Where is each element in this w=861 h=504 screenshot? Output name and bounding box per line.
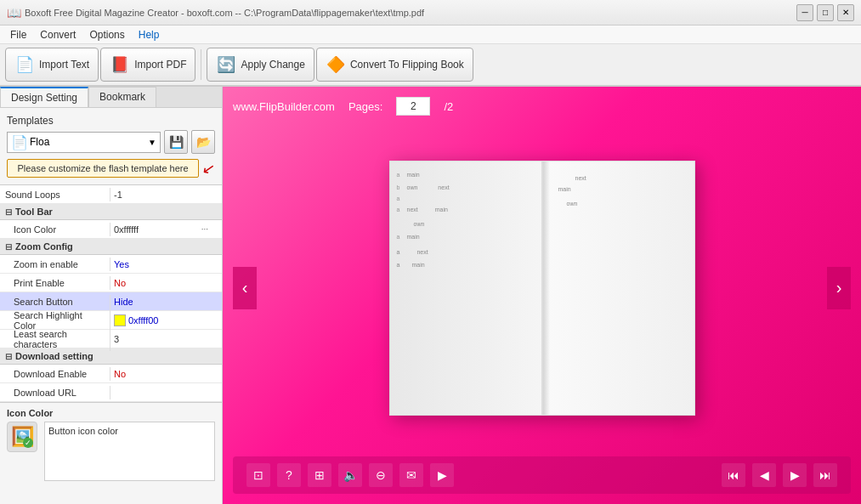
info-description: Button icon color xyxy=(48,426,118,436)
group-zoom-config[interactable]: ⊟ Zoom Config xyxy=(0,239,222,255)
prop-zoom-enable-name: Zoom in enable xyxy=(0,258,110,271)
expand-toolbar-icon: ⊟ xyxy=(5,207,12,217)
group-toolbar[interactable]: ⊟ Tool Bar xyxy=(0,204,222,220)
fit-page-button[interactable]: ⊡ xyxy=(246,463,270,487)
template-row: 📄 Floa ▼ 💾 📂 xyxy=(7,130,215,154)
site-url: www.FlipBuilder.com xyxy=(233,100,335,113)
main-content: Design Setting Bookmark Templates 📄 Floa… xyxy=(0,87,861,504)
last-page-button[interactable]: ⏭ xyxy=(813,463,837,487)
prop-icon-color-name: Icon Color xyxy=(0,223,110,236)
template-name-label: Floa xyxy=(30,136,146,148)
close-button[interactable]: ✕ xyxy=(837,4,854,21)
apply-change-button[interactable]: 🔄 Apply Change xyxy=(207,48,314,82)
menu-file[interactable]: File xyxy=(3,27,33,42)
prop-zoom-enable: Zoom in enable Yes xyxy=(0,255,222,274)
preview-toolbar: ⊡ ? ⊞ 🔈 ⊖ ✉ ▶ ⏮ ◀ ▶ ⏭ xyxy=(233,456,851,494)
convert-icon: 🔶 xyxy=(326,54,346,75)
next-page-button[interactable]: ▶ xyxy=(783,463,807,487)
prop-print-enable-name: Print Enable xyxy=(0,276,110,290)
tabs-row: Design Setting Bookmark xyxy=(0,87,222,108)
prev-page-button[interactable]: ◀ xyxy=(752,463,776,487)
import-text-label: Import Text xyxy=(39,59,89,71)
prop-least-search-name: Least search characters xyxy=(0,327,110,351)
info-content: 🖼️ ✓ Button icon color xyxy=(7,422,215,481)
prop-least-search-value[interactable]: 3 xyxy=(110,332,212,346)
email-button[interactable]: ✉ xyxy=(399,463,423,487)
apply-change-label: Apply Change xyxy=(241,59,304,71)
customize-template-button[interactable]: Please customize the flash template here xyxy=(7,159,199,178)
book-nav-right-button[interactable]: › xyxy=(827,267,851,309)
page-number-input[interactable] xyxy=(396,97,430,116)
prop-print-enable-value[interactable]: No xyxy=(110,276,212,290)
menu-help[interactable]: Help xyxy=(132,27,167,42)
left-page: amain bownnext a anextmain own amain ane… xyxy=(389,161,542,416)
prop-download-url-value[interactable] xyxy=(110,391,212,394)
right-page: next main own xyxy=(542,161,695,416)
prop-least-search: Least search characters 3 xyxy=(0,330,222,348)
info-title: Icon Color xyxy=(7,408,215,418)
expand-download-icon: ⊟ xyxy=(5,352,12,361)
prop-download-url: Download URL xyxy=(0,383,222,402)
prop-search-button-name: Search Button xyxy=(0,295,110,309)
import-text-icon: 📄 xyxy=(14,54,35,75)
template-select[interactable]: 📄 Floa ▼ xyxy=(7,132,161,153)
prop-download-url-name: Download URL xyxy=(0,386,110,399)
sound-button[interactable]: 🔈 xyxy=(338,463,362,487)
group-download[interactable]: ⊟ Download setting xyxy=(0,348,222,365)
tab-design-setting[interactable]: Design Setting xyxy=(0,87,88,107)
page-total: /2 xyxy=(444,100,453,113)
prop-download-enable-value[interactable]: No xyxy=(110,367,212,381)
search-highlight-swatch xyxy=(114,314,126,326)
import-pdf-icon: 📕 xyxy=(110,54,130,75)
template-open-button[interactable]: 📂 xyxy=(191,130,215,154)
group-zoom-label: Zoom Config xyxy=(15,241,73,252)
book-pages: amain bownnext a anextmain own amain ane… xyxy=(389,161,695,416)
pages-label: Pages: xyxy=(348,100,382,113)
toolbar-separator xyxy=(201,49,201,80)
prop-search-button-value[interactable]: Hide xyxy=(110,295,212,309)
prop-icon-color-value[interactable]: 0xffffff ··· xyxy=(110,223,212,236)
prop-zoom-enable-value[interactable]: Yes xyxy=(110,258,212,271)
left-page-content: amain bownnext a anextmain own amain ane… xyxy=(390,161,541,280)
group-toolbar-label: Tool Bar xyxy=(15,207,53,217)
bottom-info: Icon Color 🖼️ ✓ Button icon color xyxy=(0,402,222,504)
maximize-button[interactable]: □ xyxy=(817,4,834,21)
title-bar-text: Boxoft Free Digital Magazine Creator - b… xyxy=(25,8,424,18)
prop-icon-color-dots[interactable]: ··· xyxy=(201,224,208,234)
help-button[interactable]: ? xyxy=(277,463,301,487)
book-nav-left-button[interactable]: ‹ xyxy=(233,267,257,309)
first-page-button[interactable]: ⏮ xyxy=(722,463,745,487)
play-button[interactable]: ▶ xyxy=(430,463,454,487)
template-icon: 📄 xyxy=(11,134,28,150)
prop-sound-loops: Sound Loops -1 xyxy=(0,185,222,204)
template-save-button[interactable]: 💾 xyxy=(164,130,188,154)
apply-change-icon: 🔄 xyxy=(216,54,236,75)
prop-search-highlight-value[interactable]: 0xffff00 xyxy=(110,313,212,328)
preview-tools-left: ⊡ ? ⊞ 🔈 ⊖ ✉ ▶ xyxy=(246,463,454,487)
prop-icon-color: Icon Color 0xffffff ··· xyxy=(0,220,222,239)
import-pdf-button[interactable]: 📕 Import PDF xyxy=(100,48,195,82)
preview-tools-right: ⏮ ◀ ▶ ⏭ xyxy=(722,463,837,487)
convert-label: Convert To Flipping Book xyxy=(350,59,464,71)
menu-bar: File Convert Options Help xyxy=(0,25,861,44)
convert-button[interactable]: 🔶 Convert To Flipping Book xyxy=(316,48,473,82)
template-dropdown-icon: ▼ xyxy=(148,138,156,147)
import-pdf-label: Import PDF xyxy=(134,59,186,71)
prop-sound-loops-name: Sound Loops xyxy=(0,188,110,201)
thumbnail-button[interactable]: ⊞ xyxy=(308,463,331,487)
prop-sound-loops-value[interactable]: -1 xyxy=(110,188,212,201)
right-page-content: next main own xyxy=(543,161,694,224)
tab-bookmark[interactable]: Bookmark xyxy=(88,87,156,107)
menu-options[interactable]: Options xyxy=(82,27,131,42)
book-preview: ‹ amain bownnext a anextmain own amain xyxy=(233,126,851,450)
menu-convert[interactable]: Convert xyxy=(33,27,82,42)
title-bar: 📖 Boxoft Free Digital Magazine Creator -… xyxy=(0,0,861,25)
left-panel: Design Setting Bookmark Templates 📄 Floa… xyxy=(0,87,223,504)
zoom-out-button[interactable]: ⊖ xyxy=(369,463,393,487)
templates-section: Templates 📄 Floa ▼ 💾 📂 Please customize … xyxy=(0,108,222,185)
info-icon: 🖼️ ✓ xyxy=(7,422,37,452)
expand-zoom-icon: ⊟ xyxy=(5,242,12,252)
import-text-button[interactable]: 📄 Import Text xyxy=(5,48,99,82)
properties-table: Sound Loops -1 ⊟ Tool Bar Icon Color 0xf… xyxy=(0,185,222,402)
minimize-button[interactable]: ─ xyxy=(796,4,813,21)
